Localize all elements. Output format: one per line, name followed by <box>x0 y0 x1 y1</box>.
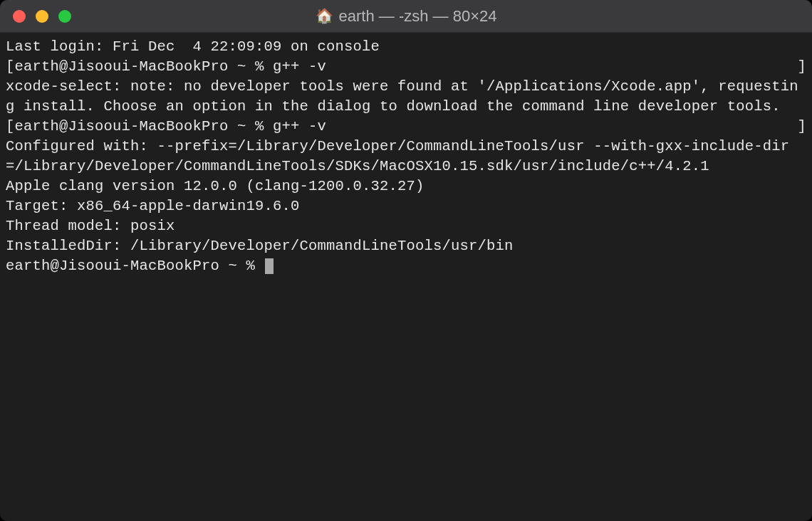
prompt-text: [earth@Jisooui-MacBookPro ~ % g++ -v <box>6 57 326 77</box>
output-line: Thread model: posix <box>6 216 806 236</box>
output-line: Target: x86_64-apple-darwin19.6.0 <box>6 196 806 216</box>
prompt-line: [earth@Jisooui-MacBookPro ~ % g++ -v ] <box>6 117 806 137</box>
terminal-window: 🏠 earth — -zsh — 80×24 Last login: Fri D… <box>0 0 812 521</box>
window-title-container: 🏠 earth — -zsh — 80×24 <box>0 7 812 26</box>
maximize-button[interactable] <box>58 10 71 23</box>
prompt-line: [earth@Jisooui-MacBookPro ~ % g++ -v ] <box>6 57 806 77</box>
prompt-text: [earth@Jisooui-MacBookPro ~ % g++ -v <box>6 117 326 137</box>
bracket-right: ] <box>797 117 806 137</box>
output-line: Last login: Fri Dec 4 22:09:09 on consol… <box>6 37 806 57</box>
output-line: Configured with: --prefix=/Library/Devel… <box>6 137 806 177</box>
bracket-right: ] <box>797 57 806 77</box>
terminal-body[interactable]: Last login: Fri Dec 4 22:09:09 on consol… <box>0 33 812 521</box>
cursor <box>265 258 274 274</box>
minimize-button[interactable] <box>36 10 48 23</box>
output-line: InstalledDir: /Library/Developer/Command… <box>6 236 806 256</box>
window-title: earth — -zsh — 80×24 <box>339 7 497 26</box>
traffic-lights <box>13 10 71 23</box>
active-prompt-line: earth@Jisooui-MacBookPro ~ % <box>6 256 806 276</box>
home-icon: 🏠 <box>316 7 333 25</box>
prompt-text: earth@Jisooui-MacBookPro ~ % <box>6 258 264 274</box>
close-button[interactable] <box>13 10 26 23</box>
titlebar[interactable]: 🏠 earth — -zsh — 80×24 <box>0 0 812 33</box>
output-line: xcode-select: note: no developer tools w… <box>6 77 806 117</box>
output-line: Apple clang version 12.0.0 (clang-1200.0… <box>6 177 806 196</box>
